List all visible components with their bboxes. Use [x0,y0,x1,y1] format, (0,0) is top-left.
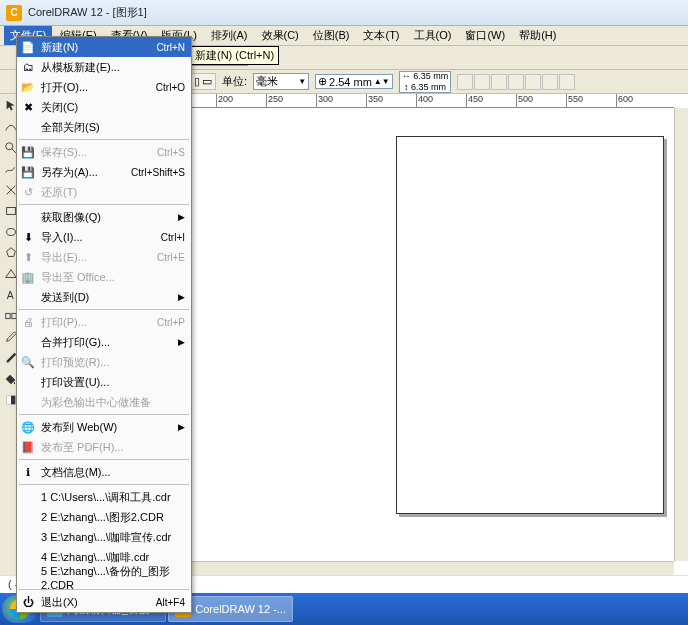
menu-item-publish-pdf: 📕发布至 PDF(H)... [17,437,191,457]
svg-point-0 [5,143,12,150]
template-icon: 🗂 [20,59,36,75]
page-orient-group[interactable]: ▯ ▭ [190,73,216,90]
export-icon: ⬆ [20,249,36,265]
menu-item-doc-info[interactable]: ℹ文档信息(M)... [17,462,191,482]
revert-icon: ↺ [20,184,36,200]
menu-tools[interactable]: 工具(O) [408,26,458,45]
menu-item-export: ⬆导出(E)...Ctrl+E [17,247,191,267]
dup-y-icon: ↕ [404,82,409,92]
svg-rect-4 [5,313,9,318]
menu-item-acquire[interactable]: 获取图像(Q)▶ [17,207,191,227]
snap-btn-6[interactable] [542,74,558,90]
duplicate-offset[interactable]: ↔ 6.35 mm ↕ 6.35 mm [399,71,452,93]
units-combo[interactable]: 毫米 ▼ [253,73,309,90]
menu-item-save: 💾保存(S)...Ctrl+S [17,142,191,162]
exit-icon: ⏻ [20,594,36,610]
svg-rect-7 [6,396,10,405]
open-icon: 📂 [20,79,36,95]
menu-item-close-all[interactable]: 全部关闭(S) [17,117,191,137]
menu-item-recent-1[interactable]: 1 C:\Users\...\调和工具.cdr [17,487,191,507]
portrait-icon: ▯ [194,75,200,88]
menu-bitmap[interactable]: 位图(B) [307,26,356,45]
menu-item-publish-web[interactable]: 🌐发布到 Web(W)▶ [17,417,191,437]
new-icon: 📄 [20,39,36,55]
menu-item-print-setup[interactable]: 打印设置(U)... [17,372,191,392]
menu-item-merge-print[interactable]: 合并打印(G)...▶ [17,332,191,352]
preview-icon: 🔍 [20,354,36,370]
saveas-icon: 💾 [20,164,36,180]
menu-item-recent-5[interactable]: 5 E:\zhang\...\备份的_图形2.CDR [17,567,191,587]
menu-item-prepress: 为彩色输出中心做准备 [17,392,191,412]
snap-btn-4[interactable] [508,74,524,90]
units-value: 毫米 [256,74,278,89]
menu-text[interactable]: 文本(T) [357,26,405,45]
file-menu-dropdown: 📄新建(N)Ctrl+N 🗂从模板新建(E)... 📂打开(O)...Ctrl+… [16,36,192,613]
dup-x-icon: ↔ [402,71,411,81]
snap-btn-1[interactable] [457,74,473,90]
pdf-icon: 📕 [20,439,36,455]
menu-item-open[interactable]: 📂打开(O)...Ctrl+O [17,77,191,97]
svg-text:A: A [6,289,13,301]
menu-item-exit[interactable]: ⏻退出(X)Alt+F4 [17,592,191,612]
units-label: 单位: [222,74,247,89]
print-icon: 🖨 [20,314,36,330]
menu-item-new[interactable]: 📄新建(N)Ctrl+N [17,37,191,57]
menu-window[interactable]: 窗口(W) [459,26,511,45]
svg-rect-1 [6,208,15,215]
web-icon: 🌐 [20,419,36,435]
menu-item-import[interactable]: ⬇导入(I)...Ctrl+I [17,227,191,247]
app-logo-icon: C [6,5,22,21]
dropdown-arrow-icon: ▼ [298,77,306,86]
menu-item-close[interactable]: ✖关闭(C) [17,97,191,117]
snap-buttons [457,74,575,90]
import-icon: ⬇ [20,229,36,245]
window-title: CorelDRAW 12 - [图形1] [28,5,147,20]
save-icon: 💾 [20,144,36,160]
menu-item-recent-2[interactable]: 2 E:\zhang\...\图形2.CDR [17,507,191,527]
menu-effects[interactable]: 效果(C) [256,26,305,45]
nudge-value: 2.54 mm [329,76,372,88]
nudge-icon: ⊕ [318,75,327,88]
snap-btn-3[interactable] [491,74,507,90]
close-icon: ✖ [20,99,36,115]
tooltip-new: 新建(N) (Ctrl+N) [190,46,279,65]
snap-btn-7[interactable] [559,74,575,90]
menu-item-send-to[interactable]: 发送到(D)▶ [17,287,191,307]
snap-btn-2[interactable] [474,74,490,90]
nudge-spin[interactable]: ⊕ 2.54 mm ▲▼ [315,74,393,89]
snap-btn-5[interactable] [525,74,541,90]
menu-arrange[interactable]: 排列(A) [205,26,254,45]
page-rect [396,136,664,514]
menu-item-print-preview: 🔍打印预览(R)... [17,352,191,372]
vertical-scrollbar[interactable] [674,108,688,561]
svg-point-2 [6,229,15,236]
office-icon: 🏢 [20,269,36,285]
menu-help[interactable]: 帮助(H) [513,26,562,45]
titlebar: C CorelDRAW 12 - [图形1] [0,0,688,26]
info-icon: ℹ [20,464,36,480]
landscape-icon: ▭ [202,75,212,88]
menu-item-recent-3[interactable]: 3 E:\zhang\...\咖啡宣传.cdr [17,527,191,547]
menu-item-export-office: 🏢导出至 Office... [17,267,191,287]
menu-item-print: 🖨打印(P)...Ctrl+P [17,312,191,332]
menu-item-new-template[interactable]: 🗂从模板新建(E)... [17,57,191,77]
menu-item-save-as[interactable]: 💾另存为(A)...Ctrl+Shift+S [17,162,191,182]
menu-item-revert: ↺还原(T) [17,182,191,202]
